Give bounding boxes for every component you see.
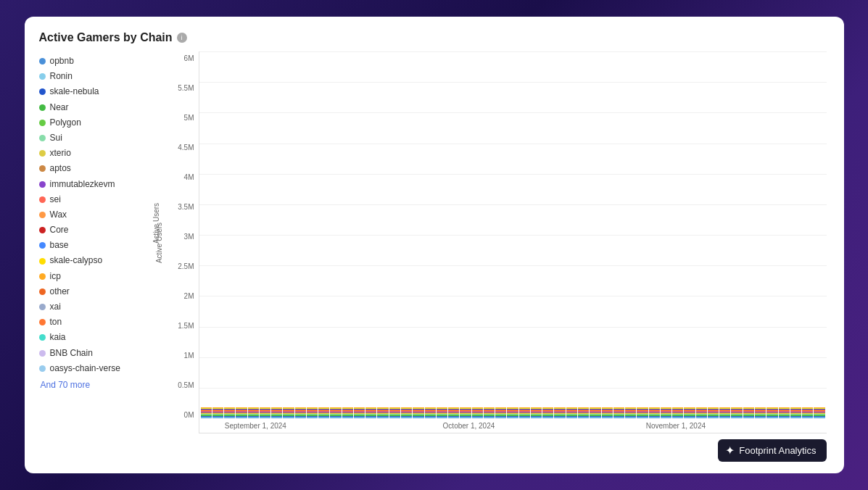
legend-dot — [39, 334, 46, 341]
legend-item: xai — [39, 300, 166, 314]
legend-label: skale-calypso — [50, 254, 103, 267]
bar-group — [649, 407, 660, 418]
bar-group — [425, 407, 436, 418]
bar-group — [437, 407, 447, 418]
legend-item: kaia — [39, 331, 166, 344]
bars-container — [199, 51, 827, 418]
legend-dot — [39, 104, 46, 111]
legend-dot — [39, 258, 46, 265]
legend-label: base — [50, 238, 69, 252]
bar-group — [271, 407, 282, 418]
legend-label: Ronin — [50, 70, 73, 83]
bar-group — [354, 407, 365, 418]
y-axis: Active Users Active Users6M5.5M5M4.5M4M3… — [166, 51, 199, 433]
bar-group — [365, 407, 376, 418]
chart-area: opbnb Ronin skale-nebula Near Polygon Su… — [39, 51, 827, 433]
legend-dot — [39, 196, 46, 203]
legend-label: skale-nebula — [50, 85, 99, 99]
legend-label: Wax — [50, 208, 67, 222]
bar-group — [401, 407, 412, 418]
legend-item: base — [39, 238, 166, 252]
bar-group — [554, 407, 565, 418]
legend-item: xterio — [39, 146, 166, 160]
bar-group — [637, 407, 648, 418]
legend-item: opbnb — [39, 54, 166, 68]
y-axis-tick: 2M — [184, 292, 194, 300]
bar-group — [201, 407, 212, 418]
bar-group — [448, 407, 459, 418]
y-axis-tick: 3M — [184, 233, 194, 241]
bar-group — [602, 407, 613, 418]
bar-group — [495, 407, 506, 418]
y-axis-tick: 0M — [184, 411, 194, 419]
y-axis-tick: 4M — [184, 173, 194, 181]
bar-group — [389, 407, 400, 418]
more-link[interactable]: And 70 more — [39, 380, 166, 390]
bar-group — [318, 407, 329, 418]
card-title: Active Gamers by Chain — [39, 31, 173, 44]
legend-item: ton — [39, 315, 166, 329]
x-axis-label: September 1, 2024 — [225, 422, 286, 430]
legend-item: Near — [39, 101, 166, 115]
footer: ✦ Footprint Analytics — [39, 439, 827, 462]
bar-group — [330, 407, 341, 418]
bar-group — [566, 407, 577, 418]
legend-item: Wax — [39, 208, 166, 222]
legend-item: other — [39, 285, 166, 299]
legend-dot — [39, 58, 46, 65]
legend-item: icp — [39, 270, 166, 283]
legend-item: Sui — [39, 131, 166, 145]
legend-label: xai — [50, 300, 61, 314]
x-axis-label: October 1, 2024 — [443, 422, 495, 430]
y-axis-tick: 4.5M — [178, 144, 194, 151]
x-axis-label: November 1, 2024 — [646, 422, 706, 430]
info-icon[interactable]: i — [177, 33, 187, 43]
y-axis-tick: 5M — [184, 114, 194, 122]
bar-group — [484, 407, 495, 418]
bar-group — [519, 407, 530, 418]
chart-inner: Active Users Active Users6M5.5M5M4.5M4M3… — [166, 51, 827, 433]
legend-dot — [39, 365, 46, 372]
legend-item: aptos — [39, 162, 166, 175]
bar-group — [224, 407, 235, 418]
legend-label: Polygon — [50, 116, 81, 130]
legend-dot — [39, 242, 46, 249]
footer-logo-text: Footprint Analytics — [739, 445, 816, 456]
bar-group — [377, 407, 388, 418]
legend-item: Polygon — [39, 116, 166, 130]
legend-item: sei — [39, 193, 166, 207]
legend-dot — [39, 181, 46, 188]
legend-dot — [39, 304, 46, 310]
legend-dot — [39, 227, 46, 233]
legend-label: icp — [50, 270, 61, 283]
bar-group — [531, 407, 542, 418]
bar-group — [460, 407, 471, 418]
chart-content: September 1, 2024October 1, 2024November… — [199, 51, 827, 433]
legend-item: skale-calypso — [39, 254, 166, 267]
y-axis-label: Active Users — [152, 203, 160, 244]
legend-label: sei — [50, 193, 61, 207]
legend-item: oasys-chain-verse — [39, 362, 166, 375]
bar-group — [507, 407, 518, 418]
main-card: Active Gamers by Chain i opbnb Ronin ska… — [25, 17, 844, 473]
bar-group — [590, 407, 600, 418]
bar-group — [790, 407, 801, 418]
legend-label: aptos — [50, 162, 71, 175]
legend-dot — [39, 350, 46, 357]
legend-label: xterio — [50, 146, 71, 160]
legend-dot — [39, 135, 46, 141]
footprint-icon: ✦ — [725, 444, 735, 457]
legend-label: oasys-chain-verse — [50, 362, 120, 375]
y-axis-tick: 1.5M — [178, 322, 194, 330]
bar-group — [413, 407, 423, 418]
legend-item: BNB Chain — [39, 346, 166, 360]
bar-group — [236, 407, 247, 418]
y-axis-tick: 3.5M — [178, 203, 194, 211]
legend-dot — [39, 288, 46, 295]
y-axis-tick: 1M — [184, 352, 194, 360]
legend-label: kaia — [50, 331, 66, 344]
legend-label: Sui — [50, 131, 62, 145]
legend-label: BNB Chain — [50, 346, 93, 360]
legend-dot — [39, 165, 46, 172]
bar-group — [342, 407, 353, 418]
